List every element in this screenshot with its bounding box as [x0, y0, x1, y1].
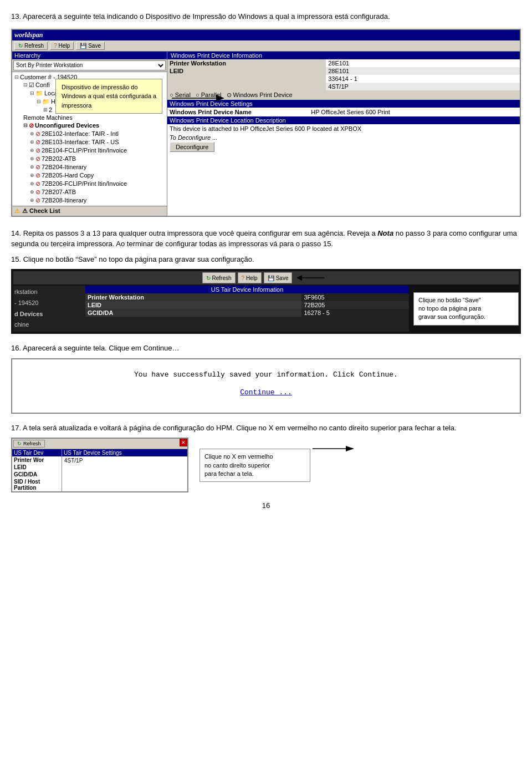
tree-28e102[interactable]: ⊕ ⊘ 28E102-Interface: TAIR - Intl [14, 130, 165, 138]
step15-toolbar[interactable]: ↻ Refresh ? Help 💾 Save [13, 271, 519, 285]
step17-item-leid: LEID [12, 464, 62, 471]
table-row: LEID 28E101 [167, 67, 520, 75]
step16-title: 16. Aparecerá a seguinte tela. Clique em… [11, 343, 521, 354]
location-text: This device is attached to HP OfficeJet … [167, 124, 520, 133]
remote-label: Remote Machines [23, 114, 73, 121]
step13-text: 13. Aparecerá a seguinte tela indicando … [11, 11, 521, 22]
svg-marker-3 [296, 275, 302, 281]
hierarchy-panel: Hierarchy Sort By Printer Workstation ⊟ … [12, 52, 167, 216]
step17-callout: Clique no X em vermelhono canto direito … [200, 449, 310, 482]
hierarchy-header: Hierarchy [12, 52, 167, 59]
step15-refresh-icon: ↻ [206, 275, 211, 281]
step15-save-icon: 💾 [268, 275, 274, 281]
deconfig-button[interactable]: Deconfigure [170, 142, 214, 152]
step15-help-icon: ? [242, 275, 245, 281]
step17-refresh-btn[interactable]: ↻ Refresh [13, 440, 45, 448]
windows-app-panel: worldspan ↻ Refresh ? Help 💾 Save Hierar… [11, 29, 521, 217]
left-text-3: d Devices [14, 309, 84, 320]
step17-right: US Tair Device Settings 4ST/1P [62, 449, 187, 491]
step17-left: US Tair Dev Printer Wor LEID GCID/DA SID… [12, 449, 62, 491]
unconfigured-label: Unconfigured Devices [35, 122, 99, 129]
tree-72b205[interactable]: ⊕ ⊘ 72B205-Hard Copy [14, 171, 165, 180]
step14-text: 14. Repita os passos 3 a 13 para qualque… [11, 228, 521, 250]
sort-dropdown[interactable]: Sort By Printer Workstation [12, 59, 167, 72]
expand-icon: ⊟ [14, 74, 19, 80]
tree-72b202[interactable]: ⊕ ⊘ 72B202-ATB [14, 155, 165, 163]
value-leid: 72B205 [301, 301, 409, 309]
num-label: 2 [49, 106, 52, 113]
table-row: Printer Workstation 3F9605 [85, 293, 409, 301]
help-button[interactable]: ? Help [50, 42, 74, 50]
refresh-button[interactable]: ↻ Refresh [14, 42, 48, 50]
step15-save-btn[interactable]: 💾 Save [264, 272, 293, 283]
checklist-bar: ⚠ ⚠ Check List [12, 206, 167, 216]
step15-table: Printer Workstation 3F9605 LEID 72B205 G… [85, 293, 409, 317]
app-panel-1: worldspan ↻ Refresh ? Help 💾 Save Hierar… [11, 29, 521, 217]
step14-note: Nota [377, 229, 393, 237]
label-28e102: 28E102-Interface: TAIR - Intl [42, 130, 119, 137]
label-empty1 [167, 75, 326, 83]
icon-72b202: ⊘ [35, 155, 40, 162]
step14-pre: 14. Repita os passos 3 a 13 para qualque… [11, 229, 377, 237]
table-row: Printer Workstation 28E101 [167, 59, 520, 67]
tree-28e103[interactable]: ⊕ ⊘ 28E103-Interface: TAIR - US [14, 138, 165, 146]
info-header: Windows Print Device Information [167, 52, 520, 59]
step15-callout: Clique no botão “Save”no topo da página … [413, 292, 519, 326]
step17-toolbar[interactable]: ↻ Refresh [12, 439, 187, 449]
icon-28e102: ⊘ [35, 130, 40, 138]
callout-text: Dispositivo de impressão doWindows a qua… [62, 84, 156, 109]
settings-name-value: HP OfficeJet Series 600 Print [311, 109, 518, 115]
page-number: 16 [11, 501, 521, 510]
expand-icon-12: ⊕ [30, 172, 34, 178]
tree-remote[interactable]: Remote Machines [14, 114, 165, 121]
radio-windows: ⊙ Windows Print Device [227, 92, 293, 98]
step17-content: US Tair Dev Printer Wor LEID GCID/DA SID… [12, 449, 187, 491]
success-text: You have successfully saved your informa… [23, 370, 509, 379]
save-button[interactable]: 💾 Save [76, 42, 105, 50]
step15-save-label: Save [276, 275, 289, 281]
expand-icon-6: ⊟ [23, 123, 28, 128]
value-4st: 4ST/1P [326, 83, 520, 90]
step17-right-header: US Tair Device Settings [62, 449, 187, 456]
left-text-4: chine [14, 319, 84, 331]
expand-icon-15: ⊕ [30, 197, 34, 203]
step17-item-pw: Printer Wor [12, 456, 62, 464]
step15-panel: ↻ Refresh ? Help 💾 Save rkstation - 1945… [11, 269, 521, 334]
icon-72b206: ⊘ [35, 180, 40, 187]
step17-title: 17. A tela será atualizada e voltará à p… [11, 423, 521, 434]
refresh-label: Refresh [24, 43, 44, 49]
arrow-save [296, 272, 330, 283]
tree-unconfigured[interactable]: ⊟ ⊘ Unconfigured Devices [14, 121, 165, 130]
step15-help-btn[interactable]: ? Help [238, 272, 262, 283]
value-leid: 28E101 [326, 67, 520, 75]
step15-refresh-btn[interactable]: ↻ Refresh [202, 272, 236, 283]
close-button[interactable]: ✕ [180, 439, 187, 446]
step15-info-header: US Tair Device Information [85, 286, 409, 293]
app-toolbar[interactable]: ↻ Refresh ? Help 💾 Save [12, 40, 520, 52]
step17-refresh-label: Refresh [23, 441, 41, 446]
table-row: GCID/DA 16278 - 5 [85, 309, 409, 317]
location-header: Windows Print Device Location Descriptio… [167, 116, 520, 124]
step17-callout-text: Clique no X em vermelhono canto direito … [204, 453, 273, 477]
icon-72b204: ⊘ [35, 164, 40, 171]
tree-72b207[interactable]: ⊕ ⊘ 72B207-ATB [14, 188, 165, 196]
save-icon: 💾 [80, 43, 86, 49]
label-72b207: 72B207-ATB [42, 189, 76, 195]
continue-link[interactable]: Continue ... [240, 388, 292, 397]
expand-icon-7: ⊕ [30, 131, 34, 136]
tree-72b206[interactable]: ⊕ ⊘ 72B206-FCLIP/Print Itin/Invoice [14, 180, 165, 188]
tree-72b208[interactable]: ⊕ ⊘ 72B208-Itinerary [14, 196, 165, 205]
arrow-svg [172, 87, 227, 109]
help-icon: ? [54, 43, 57, 49]
svg-marker-1 [216, 95, 224, 101]
table-row: 336414 - 1 [167, 75, 520, 83]
tree-72b204[interactable]: ⊕ ⊘ 72B204-Itinerary [14, 163, 165, 171]
refresh-icon: ↻ [18, 43, 23, 49]
sort-select[interactable]: Sort By Printer Workstation [13, 60, 166, 70]
label-72b208: 72B208-Itinerary [42, 197, 86, 204]
app-titlebar: worldspan [12, 30, 520, 40]
expand-icon-14: ⊕ [30, 189, 34, 195]
tree-28e104[interactable]: ⊕ ⊘ 28E104-FCLIP/Print Itin/Invoice [14, 146, 165, 155]
label-leid: LEID [167, 67, 326, 75]
svg-marker-5 [346, 446, 354, 451]
